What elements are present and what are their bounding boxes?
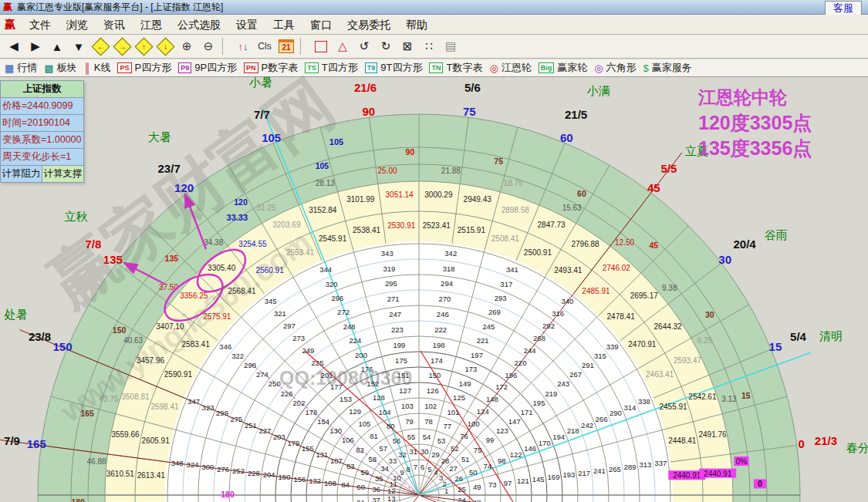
9t-square-icon: T9 [365, 62, 378, 73]
svg-text:265: 265 [609, 465, 621, 473]
svg-text:3305.40: 3305.40 [208, 264, 236, 272]
svg-text:299: 299 [216, 409, 228, 417]
back-icon[interactable]: ◀ [4, 37, 24, 56]
svg-text:300: 300 [201, 463, 214, 471]
svg-text:4: 4 [434, 468, 437, 477]
triangle-tool-icon[interactable]: △ [333, 37, 353, 56]
menu-item-交易委托[interactable]: 交易委托 [339, 15, 398, 34]
zoom-out-icon[interactable]: ⊖ [198, 37, 218, 56]
maximize-icon[interactable]: ⊠ [397, 37, 417, 56]
ribbon-item-9p-square[interactable]: P99P四方形 [178, 61, 237, 75]
svg-text:105: 105 [329, 137, 343, 147]
svg-text:2593.47: 2593.47 [674, 356, 702, 365]
square-tool-icon[interactable] [311, 37, 331, 56]
button-calc-support[interactable]: 计算支撑 [42, 166, 83, 182]
ribbon-item-p-square[interactable]: PSP四方形 [117, 61, 171, 75]
gann-note: 江恩轮中轮120度3305点135度3356点 [698, 85, 812, 161]
menu-item-公式选股[interactable]: 公式选股 [170, 15, 228, 34]
button-calc-resistance[interactable]: 计算阻力 [1, 166, 42, 182]
svg-text:30: 30 [705, 310, 714, 319]
ribbon-item-p-number-table[interactable]: PNP数字表 [244, 61, 298, 75]
forward-icon[interactable]: ▶ [25, 37, 46, 56]
svg-text:43.75: 43.75 [100, 395, 119, 403]
svg-text:339: 339 [606, 342, 619, 351]
center-icon[interactable]: ∷ [419, 37, 439, 56]
svg-text:170: 170 [539, 439, 551, 447]
menu-item-资讯[interactable]: 资讯 [96, 15, 133, 34]
svg-text:270: 270 [438, 295, 451, 303]
updown-scale-icon[interactable]: ↑↓ [233, 37, 253, 56]
ribbon-item-winner-wheel[interactable]: Big赢家轮 [539, 61, 588, 75]
svg-text:3508.81: 3508.81 [122, 393, 150, 401]
rotate-cw-icon[interactable]: ↻ [376, 37, 396, 56]
svg-text:2583.41: 2583.41 [182, 340, 211, 349]
diamond-left-icon[interactable]: ← [90, 37, 110, 56]
ribbon-item-kline[interactable]: ║K线 [84, 61, 111, 75]
svg-text:35: 35 [375, 474, 383, 483]
ribbon-item-sectors[interactable]: ▩板块 [44, 61, 76, 75]
menu-item-江恩[interactable]: 江恩 [133, 15, 170, 34]
svg-text:51: 51 [461, 455, 470, 463]
menu-item-窗口[interactable]: 窗口 [302, 15, 339, 34]
svg-text:春分: 春分 [846, 441, 868, 454]
toolbar: ◀▶▲▼←→↑↓⊕⊖↑↓Cls21△↺↻⊠∷▤ [0, 35, 868, 59]
svg-text:120: 120 [234, 197, 248, 207]
svg-text:199: 199 [393, 341, 405, 349]
svg-text:271: 271 [387, 295, 400, 303]
ribbon-item-hexagon[interactable]: ◎六角形 [594, 61, 636, 75]
svg-text:174: 174 [431, 356, 443, 365]
svg-text:319: 319 [383, 264, 395, 273]
menu-item-设置[interactable]: 设置 [228, 15, 265, 34]
svg-text:345: 345 [265, 297, 277, 305]
svg-text:344: 344 [319, 265, 332, 274]
svg-text:26: 26 [454, 474, 463, 483]
svg-text:79: 79 [405, 417, 414, 426]
rotate-ccw-icon[interactable]: ↺ [354, 37, 374, 56]
svg-text:2613.41: 2613.41 [137, 471, 166, 480]
ribbon-item-winner-service[interactable]: $赢家服务 [643, 61, 692, 75]
svg-text:98: 98 [498, 457, 506, 465]
svg-text:3000.29: 3000.29 [424, 190, 453, 199]
svg-text:290: 290 [610, 409, 622, 417]
ribbon-label: 行情 [17, 61, 37, 75]
svg-text:337: 337 [654, 459, 667, 467]
menu-item-帮助[interactable]: 帮助 [398, 15, 435, 34]
svg-text:180: 180 [279, 473, 291, 481]
svg-text:129: 129 [349, 407, 361, 416]
quote-panel-title: 上证指数 [1, 81, 83, 98]
ribbon-item-quotes[interactable]: ▦行情 [5, 61, 37, 75]
svg-text:176: 176 [361, 365, 373, 373]
ribbon-item-9t-square[interactable]: T99T四方形 [365, 61, 423, 75]
menu-bar: 赢 文件浏览资讯江恩公式选股设置工具窗口交易委托帮助 [0, 15, 868, 35]
svg-text:0%: 0% [736, 457, 748, 466]
svg-text:3152.84: 3152.84 [309, 206, 337, 214]
ribbon-item-t-square[interactable]: TST四方形 [305, 61, 357, 75]
svg-text:33: 33 [389, 457, 397, 465]
ribbon-label: 赢家服务 [652, 61, 692, 75]
ribbon-item-t-number-table[interactable]: TNT数字表 [429, 61, 482, 75]
svg-text:82: 82 [356, 446, 365, 454]
panel-icon[interactable]: ▤ [441, 37, 461, 56]
svg-text:小满: 小满 [586, 84, 610, 97]
down-icon[interactable]: ▼ [69, 37, 89, 56]
calendar-icon[interactable]: 21 [276, 37, 296, 56]
up-icon[interactable]: ▲ [47, 37, 67, 56]
svg-text:31.25: 31.25 [257, 204, 276, 212]
svg-text:346: 346 [219, 342, 231, 351]
diamond-up-icon[interactable]: ↑ [133, 37, 154, 56]
svg-text:84: 84 [342, 480, 350, 489]
menu-item-工具[interactable]: 工具 [265, 15, 302, 34]
zoom-in-icon[interactable]: ⊕ [177, 37, 197, 56]
svg-text:3407.10: 3407.10 [156, 322, 184, 331]
svg-text:大暑: 大暑 [148, 130, 171, 143]
menu-item-浏览[interactable]: 浏览 [59, 15, 96, 34]
menu-item-文件[interactable]: 文件 [22, 15, 59, 34]
diamond-down-icon[interactable]: ↓ [155, 37, 175, 56]
svg-text:53: 53 [437, 436, 446, 445]
svg-text:275: 275 [231, 415, 243, 423]
svg-text:2440.91: 2440.91 [673, 471, 701, 480]
diamond-right-icon[interactable]: → [112, 37, 132, 56]
cls-button[interactable]: Cls [255, 37, 275, 56]
ribbon-item-gann-wheel[interactable]: ◎江恩轮 [489, 61, 531, 75]
svg-text:2491.76: 2491.76 [698, 430, 727, 439]
